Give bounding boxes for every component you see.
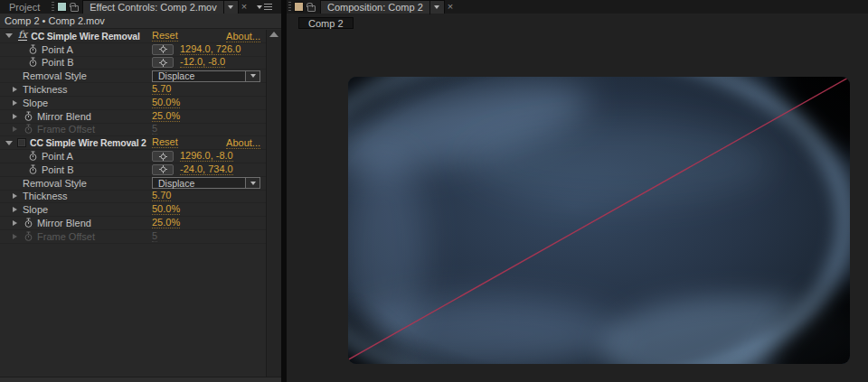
stopwatch-icon[interactable] (29, 57, 37, 68)
tab-close-icon[interactable]: × (239, 2, 250, 12)
property-label: Point A (42, 44, 73, 55)
removal-style-dropdown[interactable]: Displace (152, 70, 260, 82)
tab-dropdown-button[interactable] (223, 1, 238, 14)
expand-triangle-icon[interactable] (13, 100, 17, 106)
property-row-point-a: Point A 1296.0, -8.0 (0, 150, 266, 163)
property-row-thickness: Thickness 5.70 (0, 191, 266, 204)
number-value[interactable]: 5.70 (152, 84, 171, 95)
expand-triangle-icon[interactable] (13, 234, 17, 239)
panel-menu-button[interactable] (257, 4, 272, 10)
expand-triangle-icon[interactable] (13, 220, 17, 226)
point-value[interactable]: -24.0, 734.0 (180, 164, 233, 175)
property-row-removal-style: Removal Style Displace (0, 70, 266, 83)
chevron-down-icon (250, 182, 256, 185)
property-row-slope: Slope 50.0% (0, 97, 266, 110)
panel-color-swatch-icon (57, 2, 67, 12)
about-link[interactable]: About... (226, 32, 260, 42)
effect-name[interactable]: CC Simple Wire Removal 2 (30, 137, 146, 148)
comp-viewer-subtab[interactable]: Comp 2 (298, 17, 354, 29)
panel-grip-icon[interactable] (288, 2, 291, 12)
property-label: Thickness (23, 84, 68, 95)
after-effects-workspace: Project Effect Controls: Comp 2.mov × Co… (0, 0, 868, 382)
number-value[interactable]: 50.0% (152, 98, 180, 108)
point-value[interactable]: 1294.0, 726.0 (180, 44, 241, 55)
property-label: Mirror Blend (37, 218, 91, 228)
chevron-down-icon (250, 74, 256, 78)
dropdown-arrow-button[interactable] (245, 178, 259, 188)
effect-disabled-checkbox[interactable] (17, 138, 26, 147)
expand-triangle-icon[interactable] (13, 193, 17, 199)
point-value[interactable]: 1296.0, -8.0 (180, 151, 233, 162)
panel-grip-icon[interactable] (52, 2, 54, 12)
tab-project[interactable]: Project (0, 0, 49, 14)
reset-link[interactable]: Reset (152, 137, 178, 148)
property-label: Point A (42, 151, 73, 162)
property-row-point-a: Point A 1294.0, 726.0 (0, 43, 266, 57)
footage-frame (348, 77, 850, 364)
effect-enabled-fx-icon[interactable]: fx (18, 31, 27, 41)
property-row-thickness: Thickness 5.70 (0, 83, 266, 97)
property-label: Point B (42, 164, 73, 175)
point-value[interactable]: -12.0, -8.0 (180, 57, 225, 68)
pick-point-crosshair-button[interactable] (152, 57, 174, 68)
unlock-icon[interactable] (307, 5, 316, 12)
property-row-frame-offset: Frame Offset 5 (0, 230, 266, 244)
composition-tabbar: Composition: Comp 2 × (287, 0, 868, 14)
reset-link[interactable]: Reset (152, 31, 178, 42)
tab-composition[interactable]: Composition: Comp 2 (320, 0, 445, 14)
tab-effect-controls[interactable]: Effect Controls: Comp 2.mov (82, 0, 238, 14)
property-row-mirror-blend: Mirror Blend 25.0% (0, 110, 266, 124)
number-value: 5 (152, 124, 157, 135)
effect-name[interactable]: CC Simple Wire Removal (31, 31, 139, 42)
tab-close-icon[interactable]: × (445, 2, 456, 12)
panel-color-swatch-icon (294, 2, 304, 12)
pick-point-crosshair-button[interactable] (152, 151, 174, 162)
stopwatch-icon[interactable] (29, 164, 37, 175)
panel-menu-lines-icon (264, 4, 272, 10)
pick-point-crosshair-button[interactable] (152, 164, 174, 175)
unlock-icon[interactable] (71, 5, 79, 12)
chevron-down-icon (434, 5, 439, 9)
pick-point-crosshair-button[interactable] (152, 44, 174, 55)
about-link[interactable]: About... (226, 138, 260, 149)
property-label: Removal Style (23, 178, 87, 189)
expand-triangle-icon[interactable] (13, 126, 17, 132)
horizontal-scrollbar[interactable] (0, 377, 281, 382)
vertical-scrollbar[interactable] (266, 30, 281, 377)
expand-triangle-icon[interactable] (13, 114, 17, 119)
stopwatch-icon[interactable] (24, 231, 33, 242)
removal-style-dropdown[interactable]: Displace (152, 177, 260, 189)
number-value[interactable]: 5.70 (152, 191, 171, 201)
breadcrumb: Comp 2 • Comp 2.mov (0, 14, 281, 29)
property-label: Slope (23, 98, 48, 108)
property-label: Frame Offset (37, 124, 95, 135)
composition-viewer-canvas[interactable] (348, 77, 850, 364)
chevron-down-icon (228, 5, 233, 9)
tab-dropdown-button[interactable] (429, 1, 444, 14)
stopwatch-icon[interactable] (29, 151, 37, 162)
property-label: Mirror Blend (37, 111, 91, 122)
effect-controls-panel: Project Effect Controls: Comp 2.mov × Co… (0, 0, 281, 382)
number-value[interactable]: 25.0% (152, 218, 180, 228)
property-row-frame-offset: Frame Offset 5 (0, 124, 266, 137)
expand-triangle-icon[interactable] (13, 87, 17, 92)
property-row-mirror-blend: Mirror Blend 25.0% (0, 217, 266, 230)
stopwatch-icon[interactable] (24, 124, 33, 135)
dropdown-arrow-button[interactable] (245, 71, 259, 81)
number-value[interactable]: 25.0% (152, 111, 180, 122)
effect-header: fx CC Simple Wire Removal Reset About... (0, 30, 266, 43)
expand-triangle-icon[interactable] (13, 207, 17, 212)
number-value[interactable]: 50.0% (152, 204, 180, 215)
stopwatch-icon[interactable] (29, 44, 37, 55)
panel-menu-triangle-icon (257, 5, 262, 9)
stopwatch-icon[interactable] (24, 218, 33, 228)
number-value: 5 (152, 231, 157, 242)
stopwatch-icon[interactable] (24, 111, 33, 122)
collapse-triangle-icon[interactable] (5, 33, 13, 38)
effect-controls-tabbar: Project Effect Controls: Comp 2.mov × (0, 0, 281, 14)
tab-composition-label: Composition: Comp 2 (327, 2, 423, 13)
collapse-triangle-icon[interactable] (5, 141, 13, 145)
effect-properties-list: fx CC Simple Wire Removal Reset About...… (0, 30, 266, 244)
property-label: Slope (23, 204, 48, 215)
scroll-up-arrow-icon[interactable] (269, 32, 278, 37)
